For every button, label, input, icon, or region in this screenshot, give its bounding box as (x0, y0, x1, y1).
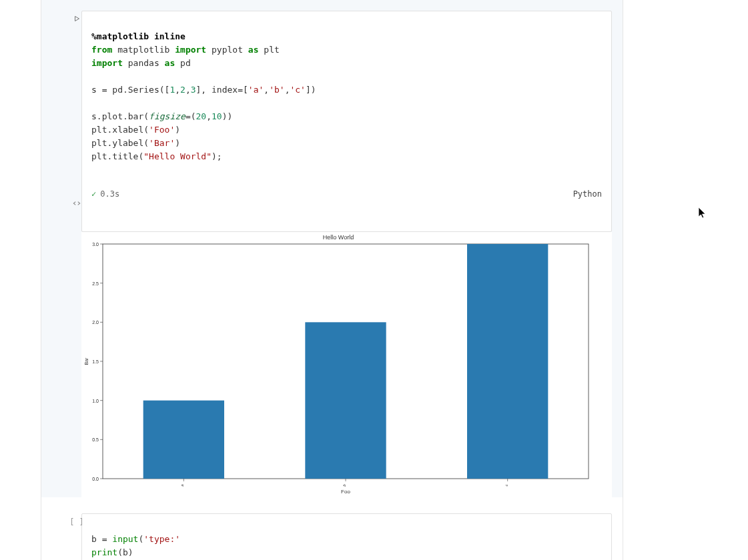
code-editor[interactable]: %matplotlib inline from matplotlib impor… (81, 11, 612, 232)
code-token: plt (258, 45, 279, 55)
play-icon (73, 15, 81, 23)
code-token: plt.ylabel( (91, 138, 149, 148)
execution-placeholder: [ ] (69, 517, 84, 527)
svg-text:2.5: 2.5 (92, 281, 99, 286)
code-token: 2 (180, 85, 185, 95)
code-token: , (175, 85, 180, 95)
svg-rect-26 (467, 244, 548, 479)
code-token: from (91, 45, 112, 55)
svg-text:a: a (180, 484, 184, 487)
execution-count: [ ] (67, 517, 87, 527)
code-token: import (175, 45, 206, 55)
svg-rect-23 (305, 322, 386, 479)
code-token: 10 (212, 111, 222, 121)
code-token: print (91, 547, 117, 557)
code-token: )) (222, 111, 233, 121)
svg-text:0.5: 0.5 (92, 437, 99, 442)
svg-text:Foo: Foo (341, 489, 350, 495)
code-token: input (112, 534, 138, 544)
svg-text:1.5: 1.5 (92, 359, 99, 364)
code-token: s.plot.bar( (91, 111, 149, 121)
code-token: ]) (306, 85, 316, 95)
code-token: plt.xlabel( (91, 125, 149, 135)
code-token: import (91, 58, 123, 68)
notebook: %matplotlib inline from matplotlib impor… (41, 0, 623, 560)
kernel-label[interactable]: Python (573, 187, 602, 201)
code-cell-1[interactable]: %matplotlib inline from matplotlib impor… (41, 0, 623, 497)
code-line: %matplotlib inline (91, 31, 185, 41)
code-token: =( (185, 111, 196, 121)
svg-text:1.0: 1.0 (92, 399, 99, 403)
cell-status-bar: ✓ 0.3s Python (91, 183, 602, 205)
code-token: 'a' (248, 85, 264, 95)
code-token: figsize (149, 111, 185, 121)
svg-text:2.0: 2.0 (92, 320, 99, 325)
code-token: , (206, 111, 212, 121)
code-token: 3 (191, 85, 196, 95)
svg-text:0.0: 0.0 (92, 477, 99, 481)
code-token: pd (175, 58, 190, 68)
code-token: ], index=[ (196, 85, 248, 95)
code-token: 'b' (269, 85, 284, 95)
code-cell-2[interactable]: [ ] b = input('type:' print(b) Python (41, 497, 623, 560)
code-token: 20 (196, 111, 207, 121)
run-cell-button[interactable] (67, 15, 87, 23)
code-token: matplotlib (112, 45, 175, 55)
code-token: 'Bar' (149, 138, 175, 148)
code-editor[interactable]: b = input('type:' print(b) Python (81, 513, 612, 560)
svg-text:b: b (342, 484, 346, 487)
code-token: ); (212, 151, 222, 161)
code-token: , (185, 85, 191, 95)
svg-text:3.0: 3.0 (92, 242, 99, 247)
cell-output: Hello World0.00.51.01.52.02.53.0BarabcFo… (81, 232, 612, 497)
svg-text:Bar: Bar (84, 357, 89, 365)
code-token: ) (175, 138, 180, 148)
execution-duration: 0.3s (100, 187, 119, 201)
code-token: b = (91, 534, 112, 544)
code-token: plt.title( (91, 151, 143, 161)
code-token: , (264, 85, 269, 95)
code-token: pandas (123, 58, 165, 68)
code-token: as (248, 45, 259, 55)
bar-chart: Hello World0.00.51.01.52.02.53.0BarabcFo… (81, 232, 595, 497)
code-token: 'c' (290, 85, 305, 95)
mouse-cursor-icon (698, 207, 707, 221)
code-token: s = pd.Series([ (91, 85, 169, 95)
code-token: ) (175, 125, 180, 135)
output-collapse-button[interactable] (67, 199, 87, 208)
code-token: "Hello World" (143, 151, 212, 161)
code-token: (b) (117, 547, 133, 557)
svg-rect-20 (143, 401, 224, 479)
code-token: 'Foo' (149, 125, 175, 135)
code-token: 'type:' (143, 534, 180, 544)
code-token: pyplot (206, 45, 248, 55)
code-icon (72, 199, 81, 208)
code-token: as (165, 58, 175, 68)
svg-text:c: c (504, 485, 508, 487)
checkmark-icon: ✓ (91, 187, 96, 201)
svg-text:Hello World: Hello World (323, 234, 354, 241)
